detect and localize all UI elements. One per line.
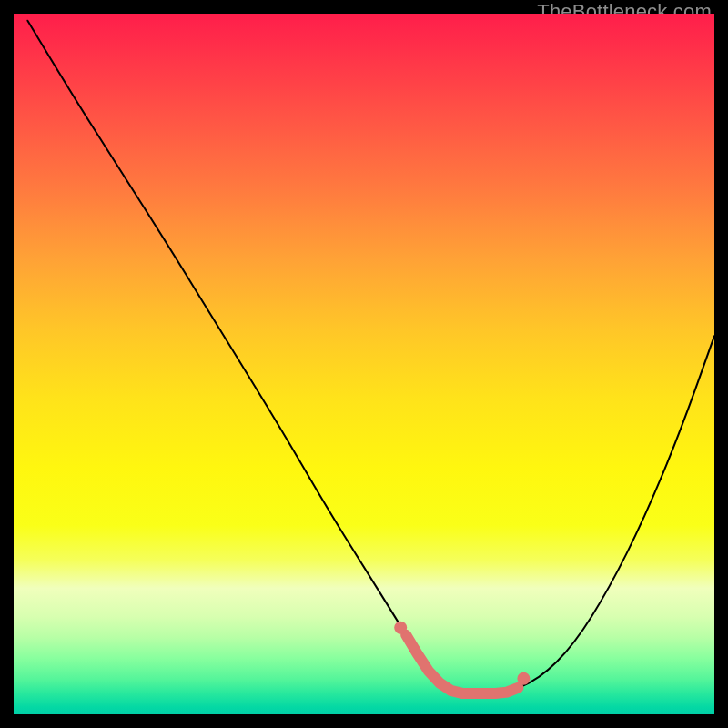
curve-layer [14, 14, 714, 714]
flat-region-highlight [406, 635, 518, 693]
flat-region-dot-right [517, 672, 530, 685]
flat-region-dot-left [394, 622, 407, 634]
chart-canvas: TheBottleneck.com [0, 0, 728, 728]
bottleneck-curve [27, 21, 714, 693]
plot-area [14, 14, 714, 714]
